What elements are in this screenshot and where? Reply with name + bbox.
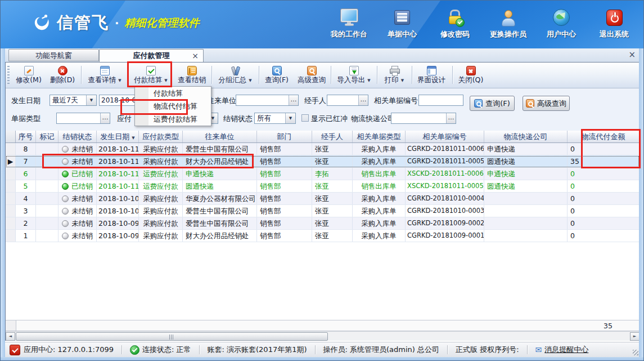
view-writeoff-button[interactable]: 查看结销 xyxy=(174,64,209,86)
cell-dept: 销售部 xyxy=(257,230,312,242)
column-header[interactable]: 应付款类型 xyxy=(139,131,183,142)
nav-item-document-center[interactable]: 单据中心 xyxy=(384,8,420,39)
logistics-field[interactable]: … xyxy=(391,113,456,124)
column-header[interactable]: 序号 xyxy=(16,131,36,142)
handler-field[interactable]: … xyxy=(327,95,368,106)
group-summary-button[interactable]: 分组汇总▼ xyxy=(215,64,255,86)
table-row[interactable]: ▶7未结销2018-10-11采购应付款财大办公用品经销处销售部张亚采购入库单C… xyxy=(6,155,640,168)
statusbar-separator xyxy=(447,345,448,354)
summary-row: 35 xyxy=(6,320,640,331)
column-header[interactable]: 相关单据类型 xyxy=(353,131,406,142)
cell-dept: 销售部 xyxy=(257,205,312,217)
adv-query-button[interactable]: 高级查询 xyxy=(523,96,570,111)
edit-button[interactable]: 修改(M) xyxy=(12,64,45,86)
toolbar-separator xyxy=(259,66,259,84)
doc-type-field[interactable]: … xyxy=(56,113,110,124)
nav-item-change-password[interactable]: 修改密码 xyxy=(437,8,473,39)
doc-no-input[interactable] xyxy=(419,96,463,105)
table-row[interactable]: 5已结销2018-10-11运费应付款圆通快递销售部张亚销售出库单XSCKD-2… xyxy=(6,180,640,193)
cell-partner: 申通快递 xyxy=(183,168,257,180)
settle-status-select[interactable]: 所有 ▼ xyxy=(254,113,296,124)
column-header[interactable]: 相关单据编号 xyxy=(406,131,484,142)
doc-type-input[interactable] xyxy=(57,114,100,123)
cell-dept: 销售部 xyxy=(257,168,312,180)
nav-item-workstation[interactable]: 我的工作台 xyxy=(331,8,367,39)
nav-item-switch-operator[interactable]: 更换操作员 xyxy=(490,8,526,39)
column-header[interactable]: 发生日期▼ xyxy=(97,131,139,142)
query-button-toolbar[interactable]: 查询(F) xyxy=(261,64,292,86)
settle-status-label: 结销状态 xyxy=(223,113,253,125)
table-row[interactable]: 1未结销2018-10-09采购应付款财大办公用品经销处销售部张亚采购入库单CG… xyxy=(6,230,640,242)
toolbar-grip[interactable] xyxy=(7,66,10,84)
table-row[interactable]: 3未结销2018-10-10采购应付款爱普生中国有限公司销售部张亚采购入库单CG… xyxy=(6,205,640,217)
menu-item-freight-settle[interactable]: 运费付款结算 xyxy=(135,113,211,126)
doc-no-field[interactable] xyxy=(418,95,463,106)
table-row[interactable]: 4未结销2018-10-10采购应付款华夏办公器材有限公司销售部张亚采购入库单C… xyxy=(6,193,640,205)
cell-amount: 0 xyxy=(568,230,640,242)
workstation-icon xyxy=(340,8,358,26)
license-status: 正式版 授权序列号: xyxy=(456,345,519,355)
menu-item-payment-settle[interactable]: 付款结算 xyxy=(135,87,211,100)
cell-partner: 财大办公用品经销处 xyxy=(183,155,257,167)
partner-lookup-button[interactable]: … xyxy=(289,95,298,105)
nav-item-exit-system[interactable]: 退出系统 xyxy=(596,8,632,39)
message-center-link[interactable]: 消息提醒中心 xyxy=(544,345,588,355)
print-icon xyxy=(390,66,399,75)
menu-item-logistics-settle[interactable]: 物流代付结算 xyxy=(135,100,211,113)
column-header[interactable]: 物流代付金额 xyxy=(568,131,640,142)
close-button[interactable]: 关闭(Q) xyxy=(454,64,487,86)
tabstrip-close-icon[interactable]: × xyxy=(628,50,636,60)
doc-type-lookup-button[interactable]: … xyxy=(100,113,110,123)
query-button-label: 查询(F) xyxy=(485,99,510,109)
ui-design-button[interactable]: 界面设计 xyxy=(414,64,449,86)
brand-slogan: 精细化管理软件 xyxy=(125,16,200,30)
payable-type-label: 应付 xyxy=(117,113,132,125)
handler-lookup-button[interactable]: … xyxy=(358,95,368,105)
date-range-select[interactable]: 最近7天 ▼ xyxy=(49,95,97,106)
adv-query-button-toolbar[interactable]: 高级查询 xyxy=(295,64,328,86)
column-header[interactable]: 经手人 xyxy=(312,131,353,142)
chevron-down-icon[interactable]: ▼ xyxy=(285,113,295,123)
show-red-checkbox[interactable] xyxy=(301,114,309,122)
query-button[interactable]: 查询(F) xyxy=(470,96,515,111)
logistics-lookup-button[interactable]: … xyxy=(446,113,456,123)
delete-button[interactable]: 删除(D) xyxy=(46,64,79,86)
print-button[interactable]: 打印▼ xyxy=(379,64,409,86)
scroll-left-icon[interactable]: ◄ xyxy=(6,332,15,341)
window-right-border xyxy=(639,48,643,357)
view-detail-button[interactable]: 查看详情▼ xyxy=(83,64,126,86)
user-center-icon xyxy=(553,8,570,26)
logistics-input[interactable] xyxy=(391,114,446,123)
import-export-button[interactable]: 导入导出▼ xyxy=(333,64,375,86)
app-logo-icon xyxy=(30,12,52,34)
partner-field[interactable]: … xyxy=(236,95,299,106)
column-header[interactable]: 结销状态 xyxy=(58,131,97,142)
group-summary-icon xyxy=(231,66,240,75)
nav-item-user-center[interactable]: 用户中心 xyxy=(543,8,579,39)
column-header[interactable]: 物流快递公司 xyxy=(484,131,568,142)
tab-payables-management[interactable]: 应付款管理 × xyxy=(99,49,204,62)
horizontal-scrollbar[interactable]: ◄ ► xyxy=(6,331,640,341)
partner-input[interactable] xyxy=(236,96,289,105)
cell-dept: 销售部 xyxy=(257,193,312,204)
cell-date: 2018-10-11 xyxy=(97,180,139,192)
handler-input[interactable] xyxy=(327,96,358,105)
tab-function-nav[interactable]: 功能导航窗 xyxy=(8,49,99,61)
table-row[interactable]: 2未结销2018-10-09采购应付款爱普生中国有限公司销售部张亚采购入库单CG… xyxy=(6,217,640,230)
adv-query-icon xyxy=(526,99,534,108)
table-row[interactable]: 8未结销2018-10-11采购应付款爱普生中国有限公司销售部张亚采购入库单CG… xyxy=(6,143,640,155)
cell-status: 未结销 xyxy=(58,217,97,229)
scrollbar-thumb[interactable] xyxy=(16,332,328,341)
payment-settle-icon xyxy=(146,66,156,75)
tab-close-icon[interactable]: × xyxy=(192,50,199,62)
grid-header: 序号标记结销状态发生日期▼应付款类型往来单位部门经手人相关单据类型相关单据编号物… xyxy=(6,131,640,143)
chevron-down-icon[interactable]: ▼ xyxy=(86,95,96,105)
column-header[interactable]: 往来单位 xyxy=(183,131,257,142)
column-header[interactable]: 部门 xyxy=(257,131,312,142)
table-row[interactable]: 6已结销2018-10-11运费应付款申通快递销售部李拓销售出库单XSCKD-2… xyxy=(6,168,640,180)
scroll-right-icon[interactable]: ► xyxy=(630,332,640,341)
payment-settle-button[interactable]: 付款结算▼ xyxy=(129,64,172,86)
column-header[interactable]: 标记 xyxy=(36,131,58,142)
tab-label: 应付款管理 xyxy=(133,51,170,60)
cell-amount: 0 xyxy=(568,205,640,217)
